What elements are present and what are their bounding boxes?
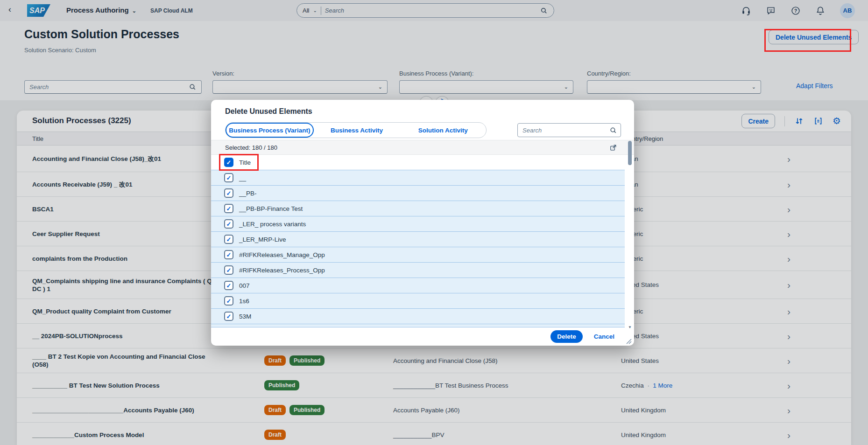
dialog-search-input[interactable] [517, 123, 621, 137]
select-all-checkbox-icon[interactable] [224, 158, 233, 167]
list-item-label: #RIFKReleases_Manage_Opp [239, 251, 325, 258]
dialog-search [517, 123, 621, 137]
tab-group: Business Process (Variant) Business Acti… [225, 122, 487, 138]
dialog-list: Title __ __PB- __PB-BP-Finance Test _LER… [211, 155, 625, 327]
list-item-partial [211, 324, 625, 327]
checkbox-checked-icon[interactable] [224, 312, 233, 321]
list-item-label: _LER_MRP-Live [239, 236, 286, 243]
checkbox-checked-icon[interactable] [224, 204, 233, 213]
list-item[interactable]: #RIFKReleases_Process_Opp [211, 263, 625, 278]
checkbox-checked-icon[interactable] [224, 265, 233, 275]
checkbox-checked-icon[interactable] [224, 250, 233, 259]
delete-button[interactable]: Delete [550, 330, 583, 343]
list-item-label: 007 [239, 282, 250, 289]
tab-solution-activity[interactable]: Solution Activity [400, 123, 486, 138]
resize-grip-icon[interactable] [626, 338, 632, 344]
tab-business-process-variant[interactable]: Business Process (Variant) [226, 123, 314, 138]
tab-business-activity[interactable]: Business Activity [314, 123, 400, 138]
checkbox-checked-icon[interactable] [224, 235, 233, 244]
list-item-label: #RIFKReleases_Process_Opp [239, 267, 325, 274]
list-item[interactable]: 007 [211, 278, 625, 293]
list-item[interactable]: __PB-BP-Finance Test [211, 201, 625, 216]
cancel-button[interactable]: Cancel [594, 333, 614, 340]
list-item[interactable]: _LER_ process variants [211, 216, 625, 232]
list-item[interactable]: 1s6 [211, 293, 625, 309]
scroll-down-icon[interactable]: ▼ [627, 325, 633, 329]
list-item[interactable]: #RIFKReleases_Manage_Opp [211, 247, 625, 263]
checkbox-checked-icon[interactable] [224, 173, 233, 182]
selected-count: Selected: 180 / 180 [225, 144, 277, 151]
list-item[interactable]: _LER_MRP-Live [211, 232, 625, 247]
delete-unused-elements-dialog: Delete Unused Elements Business Process … [211, 100, 634, 346]
list-item[interactable]: 53M [211, 309, 625, 324]
list-item[interactable]: __ [211, 170, 625, 186]
dialog-scrollbar[interactable]: ▼ [627, 139, 633, 329]
dialog-title: Delete Unused Elements [225, 107, 312, 116]
list-item-label: __ [239, 174, 246, 181]
dialog-footer: Delete Cancel [211, 327, 634, 346]
open-in-new-window-icon[interactable] [609, 144, 617, 152]
list-item-label: 53M [239, 313, 251, 320]
list-header-row[interactable]: Title [211, 155, 625, 170]
list-item-label: 1s6 [239, 298, 249, 305]
list-item-label: __PB- [239, 190, 257, 197]
list-header-label: Title [239, 159, 251, 166]
list-item-label: _LER_ process variants [239, 221, 306, 228]
list-item[interactable]: __PB- [211, 186, 625, 201]
checkbox-checked-icon[interactable] [224, 188, 233, 198]
selection-summary-bar: Selected: 180 / 180 [211, 140, 634, 155]
search-icon[interactable] [609, 126, 617, 134]
scrollbar-thumb[interactable] [628, 141, 632, 165]
list-item-label: __PB-BP-Finance Test [239, 205, 303, 212]
checkbox-checked-icon[interactable] [224, 296, 233, 306]
checkbox-checked-icon[interactable] [224, 281, 233, 290]
checkbox-checked-icon[interactable] [224, 219, 233, 229]
